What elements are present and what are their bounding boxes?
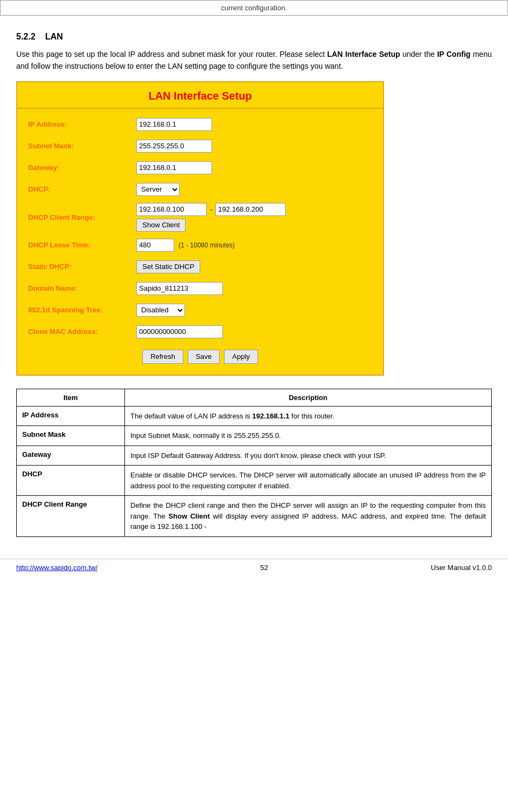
main-content: 5.2.2 LAN Use this page to set up the lo… — [0, 16, 508, 559]
ip-address-label: IP Address: — [28, 120, 136, 128]
dhcp-row: DHCP: Server Disabled None — [28, 181, 372, 198]
domain-name-label: Domain Name: — [28, 284, 136, 292]
dhcp-lease-time-row: DHCP Lease Time: (1 - 10080 minutes) — [28, 237, 372, 253]
intro-bold-2: IP Config — [437, 50, 471, 58]
gateway-input[interactable] — [136, 161, 212, 174]
clone-mac-row: Clone MAC Address: — [28, 324, 372, 340]
save-button[interactable]: Save — [188, 350, 220, 364]
dhcp-client-range-label: DHCP Client Range: — [28, 213, 136, 221]
subnet-mask-input[interactable] — [136, 140, 212, 153]
domain-name-row: Domain Name: — [28, 280, 372, 297]
ip-address-input[interactable] — [136, 118, 212, 131]
item-dhcp-client-range: DHCP Client Range — [17, 496, 125, 537]
spanning-tree-group: Disabled Enabled — [136, 304, 185, 317]
dhcp-range-inputs: - — [136, 203, 286, 216]
dhcp-range-separator: - — [210, 205, 212, 213]
subnet-mask-row: Subnet Mask: — [28, 138, 372, 154]
lan-form: IP Address: Subnet Mask: Gateway: DHCP: … — [17, 116, 383, 364]
spanning-tree-select[interactable]: Disabled Enabled — [136, 304, 185, 317]
description-table: Item Description IP Address The default … — [16, 389, 492, 537]
lan-interface-panel: LAN Interface Setup IP Address: Subnet M… — [16, 81, 384, 376]
lan-panel-title: LAN Interface Setup — [17, 82, 383, 109]
table-row: Subnet Mask Input Subnet Mask, normally … — [17, 426, 492, 446]
item-dhcp: DHCP — [17, 466, 125, 496]
dhcp-client-range-row: DHCP Client Range: - Show Client — [28, 203, 372, 232]
dhcp-range-group: - Show Client — [136, 203, 286, 232]
dhcp-label: DHCP: — [28, 185, 136, 193]
dhcp-range-start-input[interactable] — [136, 203, 207, 216]
dhcp-lease-note: (1 - 10080 minutes) — [179, 241, 235, 249]
desc-ip-bold: 192.168.1.1 — [252, 412, 289, 420]
section-number: 5.2.2 — [16, 32, 36, 41]
desc-ip-address: The default value of LAN IP address is 1… — [125, 406, 492, 426]
item-ip-address: IP Address — [17, 406, 125, 426]
gateway-label: Gateway: — [28, 163, 136, 172]
dhcp-select[interactable]: Server Disabled None — [136, 183, 180, 196]
table-row: IP Address The default value of LAN IP a… — [17, 406, 492, 426]
desc-gateway: Input ISP Default Gateway Address. If yo… — [125, 446, 492, 466]
clone-mac-label: Clone MAC Address: — [28, 328, 136, 336]
page-footer: http://www.sapido.com.tw/ 52 User Manual… — [0, 559, 508, 576]
subnet-mask-label: Subnet Mask: — [28, 142, 136, 150]
dhcp-lease-time-label: DHCP Lease Time: — [28, 241, 136, 249]
form-buttons: Refresh Save Apply — [28, 350, 372, 364]
show-client-button[interactable]: Show Client — [136, 219, 186, 232]
footer-version: User Manual v1.0.0 — [431, 564, 492, 572]
table-header-row: Item Description — [17, 389, 492, 406]
col-desc-header: Description — [125, 389, 492, 406]
item-gateway: Gateway — [17, 446, 125, 466]
dhcp-lease-time-input[interactable] — [136, 239, 174, 252]
set-static-dhcp-button[interactable]: Set Static DHCP — [136, 260, 200, 273]
static-dhcp-row: Static DHCP: Set Static DHCP — [28, 259, 372, 275]
desc-dhcp-client-range: Define the DHCP client range and then th… — [125, 496, 492, 537]
col-item-header: Item — [17, 389, 125, 406]
gateway-row: Gateway: — [28, 160, 372, 176]
footer-link[interactable]: http://www.sapido.com.tw/ — [16, 564, 97, 572]
table-row: DHCP Enable or disable DHCP services. Th… — [17, 466, 492, 496]
lease-group: (1 - 10080 minutes) — [136, 239, 235, 252]
dhcp-range-end-input[interactable] — [215, 203, 286, 216]
section-title: LAN — [45, 32, 63, 41]
desc-dhcp: Enable or disable DHCP services. The DHC… — [125, 466, 492, 496]
item-subnet-mask: Subnet Mask — [17, 426, 125, 446]
spanning-tree-label: 802.1d Spanning Tree: — [28, 306, 136, 314]
clone-mac-input[interactable] — [136, 325, 223, 338]
top-banner: current configuration. — [0, 0, 508, 16]
top-banner-text: current configuration. — [221, 4, 287, 12]
table-row: DHCP Client Range Define the DHCP client… — [17, 496, 492, 537]
table-row: Gateway Input ISP Default Gateway Addres… — [17, 446, 492, 466]
refresh-button[interactable]: Refresh — [142, 350, 183, 364]
apply-button[interactable]: Apply — [224, 350, 258, 364]
intro-text: Use this page to set up the local IP add… — [16, 48, 492, 73]
domain-name-input[interactable] — [136, 282, 223, 295]
spanning-tree-row: 802.1d Spanning Tree: Disabled Enabled — [28, 302, 372, 318]
footer-page-number: 52 — [260, 564, 268, 572]
static-dhcp-label: Static DHCP: — [28, 263, 136, 271]
intro-bold-1: LAN Interface Setup — [327, 50, 400, 58]
ip-address-row: IP Address: — [28, 116, 372, 133]
section-heading: 5.2.2 LAN — [16, 32, 492, 42]
desc-subnet-mask: Input Subnet Mask, normally it is 255.25… — [125, 426, 492, 446]
desc-show-client-bold: Show Client — [168, 512, 209, 520]
